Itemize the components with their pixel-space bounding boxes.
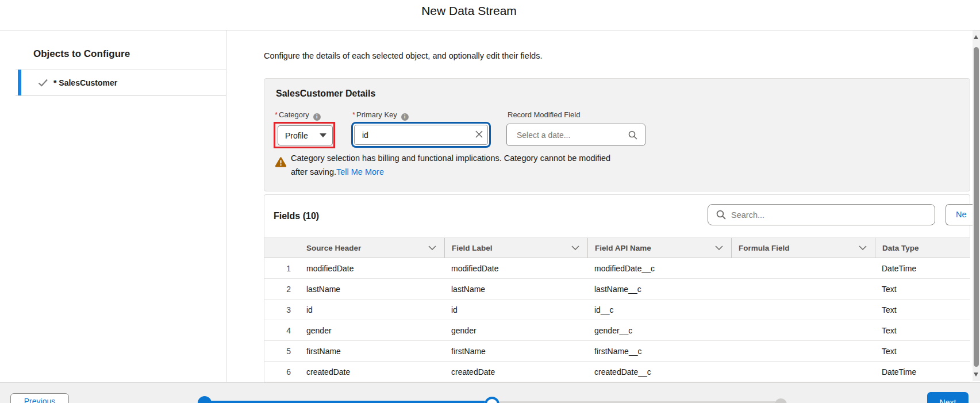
intro-text: Configure the details of each selected o… bbox=[264, 51, 542, 60]
row-number: 3 bbox=[264, 300, 299, 320]
required-star: * bbox=[352, 110, 355, 119]
column-header-formula-field[interactable]: Formula Field bbox=[731, 238, 875, 258]
cell-formula-field bbox=[731, 279, 875, 299]
row-number: 1 bbox=[264, 258, 299, 278]
fields-table-header: Source Header Field Label Field API Name… bbox=[264, 237, 970, 258]
warning-line-1: Category selection has billing and funct… bbox=[291, 152, 610, 166]
fields-card: Fields (10) Ne Source Header Field Label… bbox=[264, 194, 970, 382]
fields-search-input[interactable] bbox=[731, 210, 935, 220]
row-number: 2 bbox=[264, 279, 299, 299]
column-header-data-type[interactable]: Data Type bbox=[875, 238, 970, 258]
warning-icon bbox=[275, 157, 287, 170]
next-button[interactable]: Next bbox=[927, 392, 969, 403]
fields-heading: Fields (10) bbox=[274, 211, 319, 221]
panel-divider bbox=[226, 30, 226, 382]
previous-button[interactable]: Previous bbox=[10, 393, 69, 403]
cell-field-api-name: lastName__c bbox=[587, 279, 731, 299]
cell-formula-field bbox=[731, 341, 875, 361]
scrollbar-thumb[interactable] bbox=[974, 47, 979, 367]
cell-formula-field bbox=[731, 320, 875, 340]
row-number: 5 bbox=[264, 341, 299, 361]
table-row[interactable]: 3 id id id__c Text bbox=[264, 300, 970, 320]
cell-field-label: modifiedDate bbox=[444, 258, 587, 278]
progress-line-completed bbox=[210, 401, 485, 403]
cell-field-api-name: gender__c bbox=[587, 320, 731, 340]
category-warning-message: Category selection has billing and funct… bbox=[291, 152, 610, 179]
cell-source-header: createdDate bbox=[299, 362, 444, 382]
cell-data-type: Text bbox=[875, 320, 970, 340]
category-dropdown[interactable]: Profile bbox=[278, 125, 333, 145]
search-icon bbox=[716, 210, 726, 220]
new-field-button[interactable]: Ne bbox=[946, 204, 974, 225]
selected-item-accent-bar bbox=[18, 70, 21, 95]
check-icon bbox=[38, 79, 48, 89]
chevron-down-icon[interactable] bbox=[715, 245, 723, 250]
sidebar-divider-bottom bbox=[16, 95, 226, 96]
info-icon[interactable]: i bbox=[313, 113, 321, 121]
fields-search-box bbox=[708, 204, 935, 225]
cell-field-api-name: firstName__c bbox=[587, 341, 731, 361]
record-modified-date-field bbox=[506, 124, 645, 146]
page-title: New Data Stream bbox=[421, 4, 517, 18]
info-icon[interactable]: i bbox=[401, 113, 409, 121]
table-row[interactable]: 2 lastName lastName lastName__c Text bbox=[264, 279, 970, 300]
cell-data-type: Text bbox=[875, 300, 970, 320]
chevron-down-icon[interactable] bbox=[571, 245, 579, 250]
row-number-column-header bbox=[264, 238, 299, 258]
warning-line-2: after saving.Tell Me More bbox=[291, 166, 610, 179]
cell-formula-field bbox=[731, 300, 875, 320]
scroll-up-arrow-icon[interactable] bbox=[974, 35, 978, 39]
row-number: 4 bbox=[264, 320, 299, 340]
primary-key-input[interactable] bbox=[355, 131, 470, 140]
category-label: *Categoryi bbox=[275, 110, 321, 121]
cell-source-header: lastName bbox=[299, 279, 444, 299]
chevron-down-icon[interactable] bbox=[428, 245, 436, 250]
cell-data-type: Text bbox=[875, 279, 970, 299]
new-data-stream-page: New Data Stream Objects to Configure * S… bbox=[0, 0, 980, 403]
cell-field-label: id bbox=[444, 300, 587, 320]
cell-data-type: Text bbox=[875, 341, 970, 361]
table-row[interactable]: 1 modifiedDate modifiedDate modifiedDate… bbox=[264, 258, 970, 279]
vertical-scrollbar[interactable] bbox=[973, 30, 980, 381]
progress-line-upcoming bbox=[499, 401, 775, 403]
details-heading: SalesCustomer Details bbox=[276, 89, 375, 99]
cell-field-label: gender bbox=[444, 320, 587, 340]
table-row[interactable]: 6 createdDate createdDate createdDate__c… bbox=[264, 362, 970, 382]
cell-source-header: modifiedDate bbox=[299, 258, 444, 278]
cell-field-label: createdDate bbox=[444, 362, 587, 382]
search-icon[interactable] bbox=[628, 131, 637, 140]
cell-data-type: DateTime bbox=[875, 362, 970, 382]
record-modified-date-input[interactable] bbox=[507, 131, 628, 140]
row-number: 6 bbox=[264, 362, 299, 382]
table-row[interactable]: 5 firstName firstName firstName__c Text bbox=[264, 341, 970, 362]
required-star: * bbox=[275, 110, 278, 119]
column-header-field-label[interactable]: Field Label bbox=[444, 238, 587, 258]
table-row[interactable]: 4 gender gender gender__c Text bbox=[264, 320, 970, 341]
cell-field-label: lastName bbox=[444, 279, 587, 299]
cell-source-header: firstName bbox=[299, 341, 444, 361]
column-header-source-header[interactable]: Source Header bbox=[299, 238, 444, 258]
clear-icon[interactable] bbox=[470, 130, 487, 140]
primary-key-field-focus-ring bbox=[351, 122, 491, 148]
tell-me-more-link[interactable]: Tell Me More bbox=[336, 167, 384, 176]
title-divider bbox=[0, 30, 980, 30]
chevron-down-icon[interactable] bbox=[859, 245, 867, 250]
fields-table-body: 1 modifiedDate modifiedDate modifiedDate… bbox=[264, 258, 970, 382]
cell-data-type: DateTime bbox=[875, 258, 970, 278]
dropdown-caret-icon bbox=[320, 133, 326, 137]
column-header-field-api-name[interactable]: Field API Name bbox=[587, 238, 731, 258]
primary-key-label: *Primary Keyi bbox=[352, 110, 409, 121]
cell-field-api-name: id__c bbox=[587, 300, 731, 320]
cell-field-api-name: createdDate__c bbox=[587, 362, 731, 382]
sidebar-item-label[interactable]: * SalesCustomer bbox=[53, 78, 117, 87]
cell-formula-field bbox=[731, 362, 875, 382]
cell-formula-field bbox=[731, 258, 875, 278]
scroll-down-arrow-icon[interactable] bbox=[974, 373, 978, 377]
cell-source-header: gender bbox=[299, 320, 444, 340]
salescustomer-details-card: SalesCustomer Details *Categoryi *Primar… bbox=[264, 78, 970, 191]
cell-field-api-name: modifiedDate__c bbox=[587, 258, 731, 278]
record-modified-field-label: Record Modified Field bbox=[508, 110, 580, 119]
category-dropdown-value: Profile bbox=[285, 131, 308, 140]
cell-source-header: id bbox=[299, 300, 444, 320]
objects-to-configure-heading: Objects to Configure bbox=[33, 48, 130, 60]
